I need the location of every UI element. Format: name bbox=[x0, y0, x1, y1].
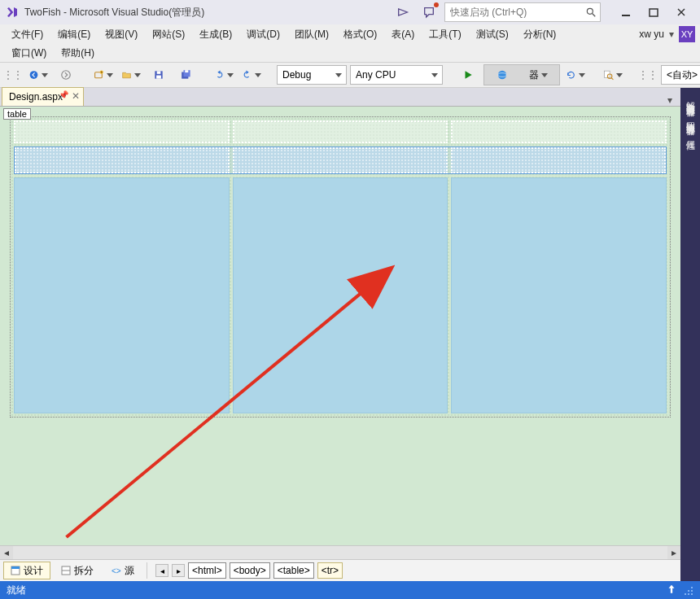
standard-toolbar: ⋮⋮ ★ Debug Any CPU 器 ⋮⋮ <自动> ▾ bbox=[0, 63, 700, 88]
menu-website[interactable]: 网站(S) bbox=[146, 26, 191, 43]
solution-platform-combo[interactable]: Any CPU bbox=[350, 65, 443, 85]
menu-tools[interactable]: 工具(T) bbox=[422, 26, 467, 43]
status-publish-icon[interactable] bbox=[666, 584, 677, 597]
dock-panel-solution-explorer[interactable]: 解决方案资源管理器 bbox=[685, 91, 697, 105]
table-cell[interactable] bbox=[15, 147, 230, 173]
viewbar: 设计 拆分 <> 源 ◂ ▸ <html> <body> <table> bbox=[0, 559, 680, 581]
maximize-button[interactable] bbox=[640, 2, 667, 22]
window-title: TwoFish - Microsoft Visual Studio(管理员) bbox=[24, 6, 204, 20]
svg-point-34 bbox=[688, 590, 689, 592]
table-row-selected[interactable] bbox=[14, 146, 667, 174]
horizontal-scrollbar[interactable]: ◂ ▸ bbox=[0, 545, 680, 559]
browser-select-button[interactable]: 器 bbox=[483, 64, 560, 85]
svg-rect-13 bbox=[156, 76, 161, 79]
right-dock: 解决方案资源管理器 团队资源管理器 属性 bbox=[680, 88, 700, 581]
menu-help[interactable]: 帮助(H) bbox=[55, 45, 101, 62]
view-tab-design[interactable]: 设计 bbox=[3, 562, 50, 579]
breadcrumb-item[interactable]: <table> bbox=[273, 562, 314, 579]
nav-back-button[interactable] bbox=[26, 65, 50, 85]
view-tab-source[interactable]: <> 源 bbox=[104, 562, 142, 579]
table-row[interactable] bbox=[14, 177, 667, 413]
solution-config-combo[interactable]: Debug bbox=[277, 65, 347, 85]
nav-forward-button[interactable] bbox=[54, 65, 78, 85]
svg-rect-16 bbox=[185, 70, 188, 72]
open-button[interactable] bbox=[119, 65, 143, 85]
svg-point-32 bbox=[691, 590, 693, 592]
quick-launch-input[interactable] bbox=[445, 4, 582, 20]
table-cell[interactable] bbox=[451, 120, 667, 143]
start-debug-button[interactable] bbox=[456, 65, 480, 85]
search-icon[interactable] bbox=[582, 3, 600, 21]
menu-view[interactable]: 视图(V) bbox=[98, 26, 144, 43]
redo-button[interactable] bbox=[239, 65, 264, 85]
close-tab-icon[interactable]: ✕ bbox=[72, 90, 80, 102]
svg-text:<>: <> bbox=[112, 566, 121, 575]
svg-line-1 bbox=[593, 14, 596, 17]
user-badge[interactable]: XY bbox=[679, 26, 695, 42]
designer-surface[interactable]: table bbox=[0, 106, 680, 545]
table-cell[interactable] bbox=[451, 147, 666, 173]
undo-button[interactable] bbox=[212, 65, 236, 85]
minimize-button[interactable] bbox=[612, 2, 640, 22]
resize-grip[interactable] bbox=[682, 584, 693, 596]
table-cell[interactable] bbox=[451, 177, 667, 413]
menu-table[interactable]: 表(A) bbox=[385, 26, 421, 43]
table-cell[interactable] bbox=[14, 120, 230, 143]
document-tabstrip: Design.aspx* 📌 ✕ ▾ bbox=[0, 88, 680, 106]
dock-panel-properties[interactable]: 属性 bbox=[685, 130, 697, 138]
source-view-icon: <> bbox=[112, 566, 121, 575]
split-view-icon bbox=[61, 566, 71, 575]
menu-window[interactable]: 窗口(W) bbox=[5, 45, 53, 62]
menu-file[interactable]: 文件(F) bbox=[5, 26, 50, 43]
svg-point-0 bbox=[587, 8, 593, 14]
breadcrumb-item-selected[interactable]: <tr> bbox=[317, 562, 343, 579]
scroll-right-button[interactable]: ▸ bbox=[667, 546, 680, 559]
menu-analyze[interactable]: 分析(N) bbox=[517, 26, 563, 43]
find-in-files-button[interactable] bbox=[601, 65, 625, 85]
table-cell[interactable] bbox=[233, 120, 448, 143]
titlebar: TwoFish - Microsoft Visual Studio(管理员) bbox=[0, 0, 700, 24]
breadcrumb-prev[interactable]: ◂ bbox=[155, 564, 168, 577]
menubar: 文件(F) 编辑(E) 视图(V) 网站(S) 生成(B) 调试(D) 团队(M… bbox=[0, 24, 700, 44]
user-name[interactable]: xw yu bbox=[639, 28, 664, 40]
quick-launch[interactable] bbox=[444, 2, 601, 22]
table-cell[interactable] bbox=[233, 147, 448, 173]
new-project-button[interactable]: ★ bbox=[91, 65, 116, 85]
feedback-icon[interactable] bbox=[392, 2, 413, 23]
menu-debug[interactable]: 调试(D) bbox=[240, 26, 287, 43]
design-table[interactable] bbox=[10, 116, 671, 418]
scroll-left-button[interactable]: ◂ bbox=[0, 546, 13, 559]
menubar-row2: 窗口(W) 帮助(H) bbox=[0, 44, 700, 63]
save-button[interactable] bbox=[147, 65, 171, 85]
pin-icon[interactable]: 📌 bbox=[59, 90, 68, 99]
table-cell[interactable] bbox=[233, 177, 448, 413]
breadcrumb-next[interactable]: ▸ bbox=[172, 564, 185, 577]
svg-point-31 bbox=[688, 593, 689, 595]
view-tab-split[interactable]: 拆分 bbox=[54, 562, 101, 579]
notifications-icon[interactable] bbox=[418, 2, 440, 23]
tag-breadcrumb: ◂ ▸ <html> <body> <table> <tr> bbox=[155, 562, 343, 579]
breadcrumb-item[interactable]: <body> bbox=[230, 562, 270, 579]
workspace: Design.aspx* 📌 ✕ ▾ table bbox=[0, 88, 700, 581]
view-tab-label: 拆分 bbox=[74, 564, 94, 578]
statusbar: 就绪 bbox=[0, 581, 700, 599]
close-button[interactable] bbox=[667, 2, 695, 22]
document-tab[interactable]: Design.aspx* 📌 ✕ bbox=[2, 87, 84, 106]
menu-team[interactable]: 团队(M) bbox=[288, 26, 335, 43]
menu-format[interactable]: 格式(O) bbox=[337, 26, 383, 43]
target-combo[interactable]: <自动> bbox=[661, 65, 700, 85]
table-row[interactable] bbox=[14, 120, 667, 143]
refresh-button[interactable] bbox=[563, 65, 588, 85]
menu-edit[interactable]: 编辑(E) bbox=[51, 26, 97, 43]
svg-point-17 bbox=[497, 71, 506, 80]
save-all-button[interactable] bbox=[174, 65, 199, 85]
menu-test[interactable]: 测试(S) bbox=[470, 26, 515, 43]
menu-build[interactable]: 生成(B) bbox=[193, 26, 238, 43]
table-cell[interactable] bbox=[14, 177, 230, 413]
dock-panel-team-explorer[interactable]: 团队资源管理器 bbox=[685, 111, 697, 124]
design-view-icon bbox=[11, 566, 20, 575]
tab-overflow-button[interactable]: ▾ bbox=[663, 94, 677, 106]
status-text: 就绪 bbox=[7, 584, 26, 597]
breadcrumb-item[interactable]: <html> bbox=[188, 562, 226, 579]
svg-rect-3 bbox=[650, 9, 658, 16]
